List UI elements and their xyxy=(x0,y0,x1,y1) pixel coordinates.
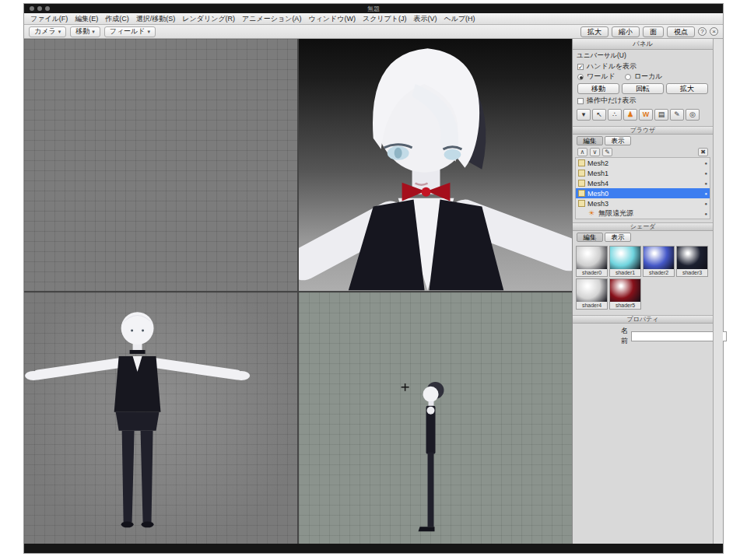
visibility-dot[interactable]: ● xyxy=(704,181,707,186)
menu-edit[interactable]: 編集(E) xyxy=(75,14,98,24)
shader-swatch[interactable]: shader4 xyxy=(576,278,608,310)
pencil-icon[interactable]: ✎ xyxy=(670,109,684,121)
chevron-down-icon: ▾ xyxy=(92,29,95,35)
shader-sphere xyxy=(677,247,707,269)
shader-swatch[interactable]: shader0 xyxy=(576,246,608,277)
browser-section-bar[interactable]: ブラウザ xyxy=(573,126,713,135)
shader-sphere xyxy=(577,279,607,302)
character-bust-render xyxy=(299,39,572,291)
menu-script[interactable]: スクリプト(J) xyxy=(363,14,407,24)
menu-render[interactable]: レンダリング(R) xyxy=(182,14,235,24)
panel-scrollbar[interactable] xyxy=(713,39,723,544)
window-title: 無題 xyxy=(24,5,723,13)
shader-swatch[interactable]: shader2 xyxy=(643,246,675,277)
menu-animation[interactable]: アニメーション(A) xyxy=(242,14,301,24)
zoom-in-button[interactable]: 拡大 xyxy=(580,26,608,37)
move-tool-label: 移動 xyxy=(75,26,89,37)
show-during-checkbox[interactable] xyxy=(577,98,584,104)
field-dropdown[interactable]: フィールド ▾ xyxy=(104,26,156,37)
coordinate-mode-row: ワールド ローカル xyxy=(573,72,713,82)
snap-icon[interactable]: ∴ xyxy=(608,109,622,121)
show-handle-checkbox[interactable]: ✓ xyxy=(577,64,584,70)
character-side-render xyxy=(299,292,572,544)
shader-sphere xyxy=(644,247,674,269)
browser-item[interactable]: Mesh4 ● xyxy=(576,178,710,188)
visibility-dot[interactable]: ● xyxy=(704,161,707,166)
mesh-icon xyxy=(578,159,585,166)
scale-button[interactable]: 拡大 xyxy=(666,83,708,94)
zoom-out-button[interactable]: 縮小 xyxy=(612,26,640,37)
browser-item[interactable]: Mesh1 ● xyxy=(576,168,710,178)
statusbar xyxy=(24,544,723,553)
browser-item-selected[interactable]: Mesh0 ● xyxy=(576,188,710,198)
page-icon[interactable]: ▤ xyxy=(654,109,668,121)
help-icon[interactable]: ? xyxy=(698,27,707,36)
cursor-icon[interactable]: ↖ xyxy=(592,109,606,121)
edit-pencil-icon[interactable]: ✎ xyxy=(602,148,612,156)
move-down-icon[interactable]: ∨ xyxy=(590,148,600,156)
camera-mode-label: カメラ xyxy=(34,26,56,37)
panel-title: パネル xyxy=(573,39,713,50)
world-radio[interactable] xyxy=(577,74,584,80)
shader-tab-view[interactable]: 表示 xyxy=(605,233,631,242)
shader-swatch[interactable]: shader1 xyxy=(609,246,641,277)
shader-section-bar[interactable]: シェーダ xyxy=(573,222,713,231)
magnifier-icon[interactable]: ◎ xyxy=(686,109,700,121)
minimize-window-button[interactable] xyxy=(37,6,42,11)
visibility-dot[interactable]: ● xyxy=(704,212,707,216)
move-up-icon[interactable]: ∧ xyxy=(577,148,587,156)
viewport-side[interactable] xyxy=(299,292,572,544)
cursor-crosshair xyxy=(402,383,409,390)
person-icon[interactable]: ♟ xyxy=(623,109,637,121)
rotate-button[interactable]: 回転 xyxy=(622,83,664,94)
menu-select[interactable]: 選択/移動(S) xyxy=(136,14,176,24)
viewpoint-button[interactable]: 視点 xyxy=(667,26,695,37)
menu-window[interactable]: ウィンドウ(W) xyxy=(308,14,356,24)
trash-icon[interactable]: ✖ xyxy=(698,148,708,156)
app-window: 無題 ファイル(F) 編集(E) 作成(C) 選択/移動(S) レンダリング(R… xyxy=(23,3,724,554)
browser-item[interactable]: Mesh3 ● xyxy=(576,198,710,208)
close-panel-icon[interactable]: × xyxy=(710,27,718,36)
camera-mode-dropdown[interactable]: カメラ ▾ xyxy=(29,26,66,37)
titlebar: 無題 xyxy=(24,4,723,13)
close-window-button[interactable] xyxy=(30,6,34,11)
browser-toolbar: ∧ ∨ ✎ ✖ xyxy=(573,147,713,157)
move-button[interactable]: 移動 xyxy=(577,83,619,94)
face-mode-button[interactable]: 面 xyxy=(643,26,664,37)
browser-tab-view[interactable]: 表示 xyxy=(605,136,631,145)
menubar: ファイル(F) 編集(E) 作成(C) 選択/移動(S) レンダリング(R) ア… xyxy=(24,13,723,25)
move-tool-dropdown[interactable]: 移動 ▾ xyxy=(70,26,100,37)
world-label: ワールド xyxy=(587,72,615,82)
viewport-grid xyxy=(24,39,573,544)
menu-help[interactable]: ヘルプ(H) xyxy=(444,14,475,24)
visibility-dot[interactable]: ● xyxy=(704,201,707,206)
local-radio[interactable] xyxy=(625,74,631,80)
side-panel: パネル ユニバーサル(U) ✓ ハンドルを表示 ワールド ローカル 移動 回転 … xyxy=(573,39,713,544)
dropdown-icon[interactable]: ▾ xyxy=(577,109,591,121)
menu-view[interactable]: 表示(V) xyxy=(413,14,437,24)
local-label: ローカル xyxy=(634,72,663,82)
menu-create[interactable]: 作成(C) xyxy=(105,14,129,24)
chevron-down-icon: ▾ xyxy=(148,29,151,35)
browser-tab-edit[interactable]: 編集 xyxy=(577,136,603,145)
mesh-icon xyxy=(578,190,585,197)
viewport-top[interactable] xyxy=(24,39,297,291)
menu-file[interactable]: ファイル(F) xyxy=(30,14,68,24)
show-during-label: 操作中だけ表示 xyxy=(587,96,636,106)
browser-item[interactable]: ☀ 無限遠光源 ● xyxy=(576,208,710,219)
shader-tabs: 編集 表示 xyxy=(573,231,713,243)
zoom-window-button[interactable] xyxy=(45,6,50,11)
show-during-row: 操作中だけ表示 xyxy=(573,96,713,106)
toolbar: カメラ ▾ 移動 ▾ フィールド ▾ 拡大 縮小 面 視点 ? × xyxy=(24,25,723,39)
shader-tab-edit[interactable]: 編集 xyxy=(577,233,603,242)
browser-item[interactable]: Mesh2 ● xyxy=(576,158,710,168)
letter-w-icon[interactable]: W xyxy=(639,109,653,121)
show-handle-row: ✓ ハンドルを表示 xyxy=(573,61,713,72)
visibility-dot[interactable]: ● xyxy=(704,171,707,176)
viewport-front[interactable] xyxy=(24,292,297,544)
properties-section-bar[interactable]: プロパティ xyxy=(573,315,713,324)
viewport-perspective[interactable] xyxy=(299,39,572,291)
shader-swatch[interactable]: shader5 xyxy=(609,278,641,310)
shader-swatch[interactable]: shader3 xyxy=(676,246,708,277)
visibility-dot[interactable]: ● xyxy=(704,191,707,196)
